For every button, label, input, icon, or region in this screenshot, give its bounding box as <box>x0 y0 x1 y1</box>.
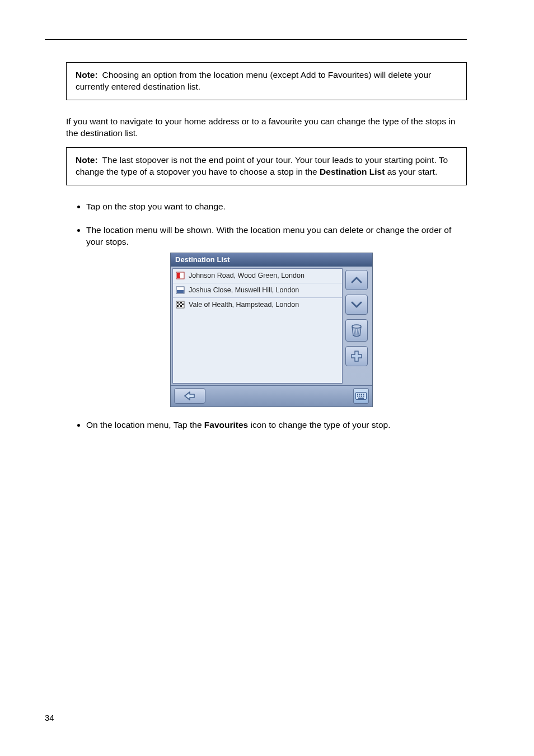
waypoint-icon <box>176 286 185 294</box>
chevron-up-icon <box>350 276 363 284</box>
svg-rect-18 <box>359 394 360 395</box>
list-item[interactable]: Vale of Health, Hampstead, London <box>173 298 342 312</box>
delete-button[interactable] <box>345 319 368 342</box>
destination-list-panel: Johnson Road, Wood Green, London Joshua … <box>172 268 343 384</box>
svg-rect-23 <box>361 396 362 397</box>
keyboard-icon <box>355 392 367 400</box>
svg-rect-6 <box>180 302 182 304</box>
page-number: 34 <box>45 712 54 724</box>
svg-rect-21 <box>357 396 358 397</box>
svg-rect-7 <box>179 304 180 305</box>
b3-bold: Favourites <box>204 420 248 430</box>
device-screenshot: Destination List Johnson Road, W <box>170 253 373 407</box>
list-item[interactable]: Johnson Road, Wood Green, London <box>173 269 342 283</box>
svg-rect-25 <box>358 398 364 399</box>
note-box-2: Note:The last stopover is not the end po… <box>66 147 467 185</box>
svg-point-11 <box>352 325 361 328</box>
side-button-strip <box>344 267 372 385</box>
note-label: Note: <box>76 70 98 80</box>
finish-icon <box>176 301 185 309</box>
intro-paragraph: If you want to navigate to your home add… <box>66 116 467 139</box>
keyboard-button[interactable] <box>353 388 369 404</box>
svg-rect-5 <box>177 302 179 304</box>
list-item[interactable]: Joshua Close, Muswell Hill, London <box>173 283 342 298</box>
note-text-b-post: as your start. <box>387 167 438 176</box>
svg-rect-10 <box>180 305 182 307</box>
bullet-item-3: On the location menu, Tap the Favourites… <box>86 419 467 431</box>
start-icon <box>176 272 185 279</box>
svg-rect-8 <box>182 304 184 305</box>
chevron-down-icon <box>350 300 363 309</box>
svg-rect-19 <box>361 394 362 395</box>
plus-icon <box>350 350 363 362</box>
svg-rect-24 <box>363 396 364 397</box>
bullet-item-2-text: The location menu will be shown. With th… <box>86 225 451 246</box>
svg-rect-20 <box>363 394 364 395</box>
arrow-left-icon <box>183 391 196 401</box>
b3-post: icon to change the type of your stop. <box>251 420 391 430</box>
svg-rect-9 <box>177 305 179 307</box>
header-divider <box>45 39 467 40</box>
device-title: Destination List <box>171 253 372 267</box>
list-item-label: Vale of Health, Hampstead, London <box>189 300 299 310</box>
back-button[interactable] <box>174 388 205 404</box>
svg-line-14 <box>357 328 358 335</box>
trash-icon <box>350 324 363 337</box>
note-text-b-bold: Destination List <box>320 167 385 176</box>
svg-line-15 <box>358 328 359 335</box>
b3-pre: On the location menu, Tap the <box>86 420 202 430</box>
note-text-b-pre: choose a stop in the <box>240 167 317 176</box>
svg-rect-3 <box>177 290 184 293</box>
add-button[interactable] <box>345 346 368 366</box>
svg-line-12 <box>354 328 355 335</box>
bullet-list-1: Tap on the stop you want to change. The … <box>86 201 467 431</box>
note-box-1: Note:Choosing an option from the locatio… <box>66 62 467 100</box>
svg-rect-22 <box>359 396 360 397</box>
bullet-item-1: Tap on the stop you want to change. <box>86 201 467 213</box>
svg-line-13 <box>355 328 356 335</box>
bullet-item-2: The location menu will be shown. With th… <box>86 225 467 407</box>
move-down-button[interactable] <box>345 295 368 315</box>
svg-rect-17 <box>357 394 358 395</box>
move-up-button[interactable] <box>345 270 368 290</box>
list-item-label: Joshua Close, Muswell Hill, London <box>189 286 299 295</box>
list-item-label: Johnson Road, Wood Green, London <box>189 271 305 281</box>
device-footer <box>171 385 372 407</box>
note-text: Choosing an option from the location men… <box>76 70 431 91</box>
note-label: Note: <box>76 155 98 165</box>
device-body: Johnson Road, Wood Green, London Joshua … <box>171 267 372 385</box>
